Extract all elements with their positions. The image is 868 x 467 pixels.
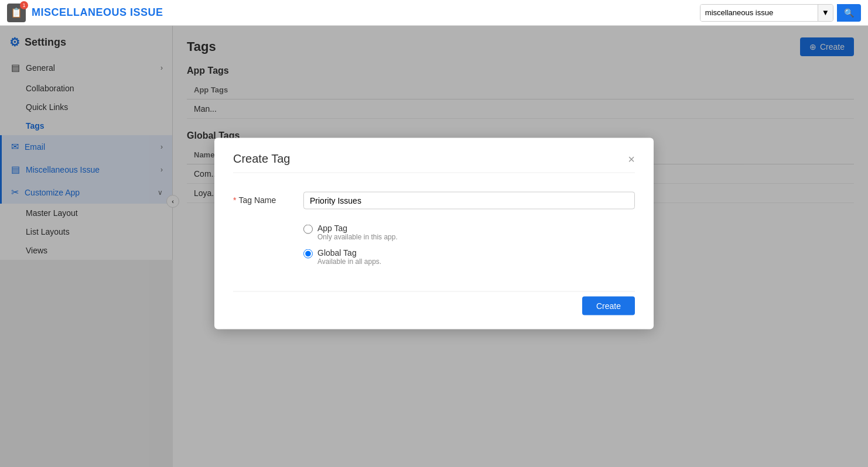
top-bar-left: 📋 1 MISCELLANEOUS ISSUE: [7, 4, 163, 22]
tag-type-form-row: App Tag Only available in this app. Glob…: [233, 221, 635, 266]
modal-footer: Create: [233, 291, 635, 315]
global-tag-radio-option[interactable]: Global Tag Available in all apps.: [303, 248, 398, 266]
top-bar: 📋 1 MISCELLANEOUS ISSUE ▼ 🔍: [0, 0, 868, 26]
global-tag-radio-sublabel: Available in all apps.: [317, 257, 381, 266]
modal-title: Create Tag: [233, 152, 290, 166]
app-tag-radio-option[interactable]: App Tag Only available in this app.: [303, 224, 398, 241]
app-tag-radio-input[interactable]: [303, 225, 313, 234]
app-title: MISCELLANEOUS ISSUE: [32, 6, 163, 19]
modal-header: Create Tag ×: [233, 152, 635, 173]
search-icon: 🔍: [844, 8, 854, 18]
app-tag-radio-label: App Tag: [317, 224, 398, 233]
app-icon-symbol: 📋: [11, 7, 22, 18]
global-tag-label-group: Global Tag Available in all apps.: [317, 248, 381, 266]
tag-name-input[interactable]: [303, 192, 635, 210]
modal-create-button[interactable]: Create: [582, 297, 635, 315]
search-button[interactable]: 🔍: [837, 4, 861, 22]
search-input[interactable]: [700, 5, 818, 21]
app-tag-label-group: App Tag Only available in this app.: [317, 224, 398, 241]
global-tag-radio-label: Global Tag: [317, 248, 381, 257]
app-tag-radio-sublabel: Only available in this app.: [317, 233, 398, 241]
tag-name-label: *Tag Name: [233, 192, 303, 205]
tag-name-form-row: *Tag Name: [233, 192, 635, 210]
notification-badge: 1: [20, 1, 28, 9]
tag-type-label-spacer: [233, 221, 303, 225]
search-box: ▼: [700, 4, 833, 22]
modal-body: *Tag Name App Tag Only available in this…: [233, 187, 635, 291]
global-tag-radio-input[interactable]: [303, 249, 313, 259]
modal-close-button[interactable]: ×: [628, 153, 635, 164]
top-bar-right: ▼ 🔍: [700, 4, 861, 22]
chevron-down-icon: ▼: [822, 8, 829, 17]
search-dropdown-button[interactable]: ▼: [818, 5, 833, 21]
required-star: *: [233, 195, 236, 205]
app-icon: 📋 1: [7, 4, 26, 22]
create-tag-modal: Create Tag × *Tag Name App Tag Only avai…: [214, 138, 654, 329]
tag-type-radio-group: App Tag Only available in this app. Glob…: [303, 221, 398, 266]
